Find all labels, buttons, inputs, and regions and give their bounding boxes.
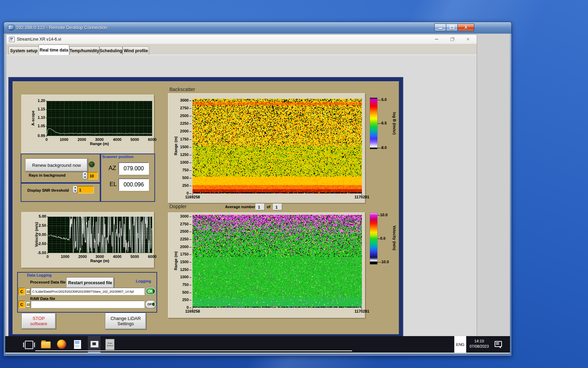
clock-date: 07/08/2023 [467,344,492,349]
rays-spinner[interactable] [82,172,88,179]
clock[interactable]: 14:10 07/08/2023 [467,339,492,349]
tick-label [189,277,191,278]
tick-label [189,285,191,285]
raw-drive-selector[interactable]: C [19,301,25,308]
scan-scheduler-icon[interactable]: Scan Sched [105,339,114,350]
snr-threshold-label: Display SNR threshold [27,188,69,192]
average-total-field[interactable]: 1 [273,204,282,210]
tick-label: 4000 [108,137,126,142]
scan-icon-text: Scan [107,342,112,345]
tick-label: 1.05 [24,124,45,128]
tick-label [189,178,191,178]
el-value-field[interactable]: 000.096 [118,178,149,191]
doppler-x-start: 1169258 [185,309,200,313]
tick-label: 0 [168,305,189,309]
snr-value-field[interactable]: 1 [77,186,94,193]
tick-label: 2000 [73,137,91,142]
logging-label: Logging [136,279,151,283]
rays-value-field[interactable]: 10 [88,172,98,179]
restart-processed-file-button[interactable]: Restart processed file [66,277,114,288]
snr-spinner[interactable] [72,185,78,193]
toggle-knob [153,289,155,293]
tab-system-setup[interactable]: System setup [8,46,39,55]
tab-wind-profile[interactable]: Wind profile [122,46,149,55]
backscatter-heatmap [192,99,362,193]
rdp-titlebar[interactable]: 192.168.0.122 - Remote Desktop Connectio… [4,22,511,34]
tick-label [47,217,48,217]
raw-path-input[interactable] [31,301,145,308]
tick-label: 1750 [168,252,189,256]
tick-label: 2250 [168,237,189,241]
tick-label [47,235,48,235]
of-label: of [267,205,270,209]
raw-logging-toggle[interactable]: OFF [145,300,156,308]
raw-browse-icon[interactable] [26,301,30,307]
tick-label [189,186,191,186]
rdp-window: 192.168.0.122 - Remote Desktop Connectio… [4,22,512,356]
tick-label [189,224,191,225]
tick-label [47,253,48,253]
scan-icon-text: Sched [107,345,113,347]
app-minimize-button[interactable] [431,36,442,42]
tick-label: 1.10 [24,115,45,120]
tick-label: 1000 [56,254,74,259]
desktop-background: 192.168.0.122 - Remote Desktop Connectio… [0,0,588,368]
app-close-button[interactable]: ✕ [463,36,473,42]
renew-background-button[interactable]: Renew background now [25,158,88,172]
remote-taskbar: Scan Sched ENG 14:10 07/08/2023 [5,336,510,353]
rdp-close-button[interactable]: X [457,23,474,31]
stop-button-line1: STOP [33,316,45,321]
app-restore-button[interactable] [447,36,457,42]
velocity-plot [48,217,152,253]
change-lidar-settings-button[interactable]: Change LiDAR Settings [105,313,146,329]
doppler-title: Doppler [169,204,187,209]
app-window-title: StreamLine XR v14-6.vi [17,37,61,42]
tick-label [189,308,191,308]
tick-label [362,194,362,195]
tick-label: 1750 [168,137,189,141]
raw-data-file-label: RAW Data file [30,297,55,301]
tick-label: 2250 [168,121,189,125]
tick-label [189,193,191,194]
tick-label [189,124,191,124]
language-indicator[interactable]: ENG [454,336,466,353]
tick-label: 3000 [91,254,108,259]
tick-label: 10.0 [380,213,387,217]
tick-label: 2000 [168,245,189,249]
tab-real-time-data[interactable]: Real time data [38,45,69,55]
tab-temp-humidity[interactable]: Temp/humidity [69,46,99,55]
average-number-field[interactable]: 1 [255,204,265,210]
tick-label: 2000 [74,254,91,259]
tab-scheduling[interactable]: Scheduling [99,46,122,55]
tick-label [189,232,191,232]
processed-path-input[interactable]: C:\Lidar\Data\Proc\2023\202308\20230807\… [31,288,145,295]
tick-label [192,308,193,309]
rdp-minimize-button[interactable] [434,23,446,31]
tick-label: 1.15 [24,107,45,111]
minimize-icon [435,39,438,40]
tick-label [47,226,48,226]
processed-drive-selector[interactable]: C [19,288,25,295]
el-label: EL [110,181,117,188]
processed-browse-icon[interactable] [26,288,30,294]
az-value-field[interactable]: 079.000 [118,162,149,175]
tick-label: 0.00 [25,232,46,237]
tick-label [189,139,191,140]
tick-label: 750 [168,168,189,172]
velocity-x-axis-label: Range (m) [72,259,128,263]
data-logging-title: Data Logging [27,273,51,277]
tick-label [46,118,47,118]
active-app-taskbar-button[interactable] [88,336,100,353]
tick-label [378,239,380,239]
app-titlebar[interactable]: StreamLine XR v14-6.vi ✕ [6,35,477,44]
remote-desktop-screen: StreamLine XR v14-6.vi ✕ System setup Re… [5,34,510,354]
clock-time: 14:10 [467,339,492,344]
maximize-icon [450,26,454,29]
processed-logging-toggle[interactable]: ON [145,287,156,295]
stop-software-button[interactable]: STOP software [21,313,56,329]
tick-label [362,308,362,309]
tab-page-real-time-data: A-scope Range (m) Renew background now R… [6,55,477,336]
tick-label [189,262,191,263]
rdp-maximize-button[interactable] [446,23,458,31]
tick-label [189,300,191,300]
